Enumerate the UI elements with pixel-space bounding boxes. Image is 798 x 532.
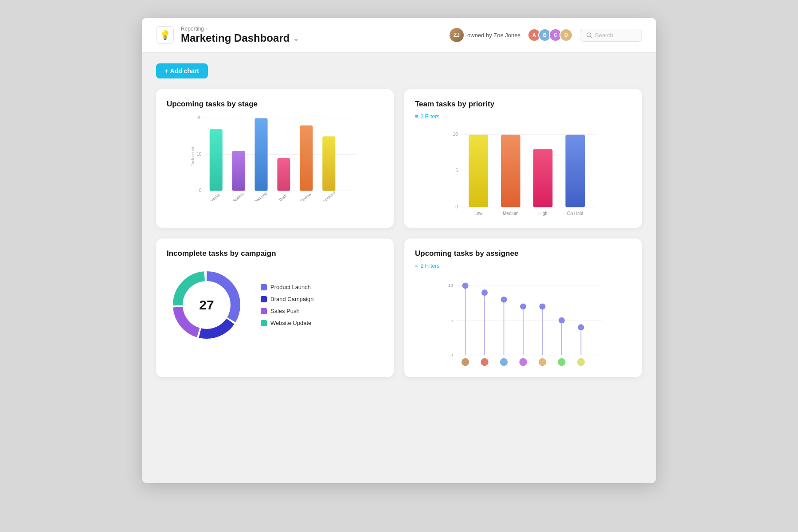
team-avatar-4: D xyxy=(559,28,573,42)
dashboard-icon: 💡 xyxy=(156,26,174,44)
chart-upcoming-assignee: Upcoming tasks by assignee ≡ 2 Filters 1… xyxy=(404,239,642,377)
svg-text:Approved: Approved xyxy=(320,191,336,201)
chart-title-2: Team tasks by priority xyxy=(415,100,631,109)
bar-chart-stage-svg: 20 10 0 Task count xyxy=(167,112,383,201)
svg-rect-14 xyxy=(322,137,335,191)
header-right: ZJ owned by Zoe Jones A B C D Search xyxy=(450,28,642,42)
svg-point-53 xyxy=(520,303,526,309)
svg-text:0: 0 xyxy=(450,352,453,357)
bar-chart-stage: 20 10 0 Task count xyxy=(167,112,383,201)
chart-incomplete-tasks: Incomplete tasks by campaign xyxy=(156,239,394,377)
breadcrumb-arrow-icon: › xyxy=(206,27,207,31)
app-window: 💡 Reporting › Marketing Dashboard ⌄ ZJ o… xyxy=(142,18,656,483)
svg-text:High: High xyxy=(538,211,548,216)
add-chart-button[interactable]: + Add chart xyxy=(156,63,208,78)
svg-text:Ideation: Ideation xyxy=(231,192,245,201)
filter-icon-2: ≡ xyxy=(415,262,419,269)
svg-point-62 xyxy=(500,358,508,366)
svg-point-60 xyxy=(462,358,469,366)
svg-text:Low: Low xyxy=(474,211,483,216)
bar-chart-priority-svg: 10 5 0 xyxy=(415,129,631,217)
lollipop-svg: 10 5 0 xyxy=(415,278,631,367)
legend-dot-3 xyxy=(261,308,267,314)
owner-label: owned by Zoe Jones xyxy=(467,32,520,39)
svg-text:10: 10 xyxy=(448,283,453,288)
chart-team-tasks: Team tasks by priority ≡ 2 Filters xyxy=(404,89,642,228)
legend-website-update: Website Update xyxy=(261,320,314,326)
svg-text:Review: Review xyxy=(299,192,312,201)
svg-line-1 xyxy=(591,36,592,38)
owner-area: ZJ owned by Zoe Jones xyxy=(450,28,520,42)
svg-text:10: 10 xyxy=(196,152,202,156)
breadcrumb: Reporting › xyxy=(181,26,442,32)
donut-section: 27 Product Launch Brand Campaign xyxy=(167,262,383,345)
avatar: ZJ xyxy=(450,28,464,42)
svg-rect-12 xyxy=(277,158,290,191)
legend-dot-2 xyxy=(261,296,267,302)
svg-point-66 xyxy=(577,358,585,366)
legend-dot-4 xyxy=(261,320,267,326)
svg-text:5: 5 xyxy=(450,317,453,322)
search-input[interactable]: Search xyxy=(580,29,642,42)
svg-text:Medium: Medium xyxy=(503,211,519,216)
filter-icon: ≡ xyxy=(415,113,419,120)
svg-text:0: 0 xyxy=(199,188,202,193)
donut-chart: 27 xyxy=(167,265,246,345)
svg-rect-28 xyxy=(501,135,520,207)
svg-text:Intake: Intake xyxy=(210,192,221,201)
svg-rect-13 xyxy=(300,125,313,191)
lollipop-chart: 10 5 0 xyxy=(415,278,631,367)
svg-point-55 xyxy=(540,303,546,309)
svg-point-49 xyxy=(481,289,488,296)
chart-upcoming-tasks: Upcoming tasks by stage 20 10 0 Task cou… xyxy=(156,89,394,228)
search-icon xyxy=(587,32,592,38)
svg-text:Task count: Task count xyxy=(191,147,195,166)
svg-rect-30 xyxy=(565,135,585,207)
svg-point-51 xyxy=(501,297,507,303)
svg-point-65 xyxy=(558,358,565,366)
svg-point-59 xyxy=(578,324,584,330)
svg-text:5: 5 xyxy=(455,168,458,173)
svg-text:Draft: Draft xyxy=(278,193,288,201)
svg-text:0: 0 xyxy=(455,204,458,209)
team-avatars: A B C D xyxy=(528,28,573,42)
page-title: Marketing Dashboard xyxy=(181,32,289,44)
svg-rect-11 xyxy=(255,118,268,191)
chevron-down-icon[interactable]: ⌄ xyxy=(293,34,299,43)
svg-point-61 xyxy=(481,358,488,366)
chart-title-4: Upcoming tasks by assignee xyxy=(415,249,631,258)
svg-text:Planning: Planning xyxy=(253,191,268,201)
svg-point-63 xyxy=(519,358,527,366)
title-area: Reporting › Marketing Dashboard ⌄ xyxy=(181,26,442,44)
filter-badge-2[interactable]: ≡ 2 Filters xyxy=(415,113,439,120)
svg-rect-9 xyxy=(210,129,223,191)
donut-legend: Product Launch Brand Campaign Sales Push xyxy=(261,284,314,326)
bar-chart-priority: 10 5 0 xyxy=(415,129,631,217)
legend-dot-1 xyxy=(261,284,267,290)
svg-rect-29 xyxy=(533,149,553,207)
legend-brand-campaign: Brand Campaign xyxy=(261,296,314,302)
svg-rect-10 xyxy=(232,151,245,191)
donut-total: 27 xyxy=(199,297,214,313)
svg-rect-27 xyxy=(469,135,488,207)
charts-grid: Upcoming tasks by stage 20 10 0 Task cou… xyxy=(156,89,642,377)
filter-badge-4[interactable]: ≡ 2 Filters xyxy=(415,262,439,269)
legend-product-launch: Product Launch xyxy=(261,284,314,290)
svg-point-47 xyxy=(462,282,469,289)
chart-title-1: Upcoming tasks by stage xyxy=(167,100,383,109)
main-content: + Add chart Upcoming tasks by stage 20 1… xyxy=(142,53,656,388)
header: 💡 Reporting › Marketing Dashboard ⌄ ZJ o… xyxy=(142,18,656,53)
svg-text:10: 10 xyxy=(453,132,458,137)
svg-point-64 xyxy=(539,358,546,366)
svg-point-57 xyxy=(559,317,565,324)
chart-title-3: Incomplete tasks by campaign xyxy=(167,249,383,258)
svg-text:On Hold: On Hold xyxy=(567,211,583,216)
legend-sales-push: Sales Push xyxy=(261,308,314,314)
svg-text:20: 20 xyxy=(196,115,202,120)
